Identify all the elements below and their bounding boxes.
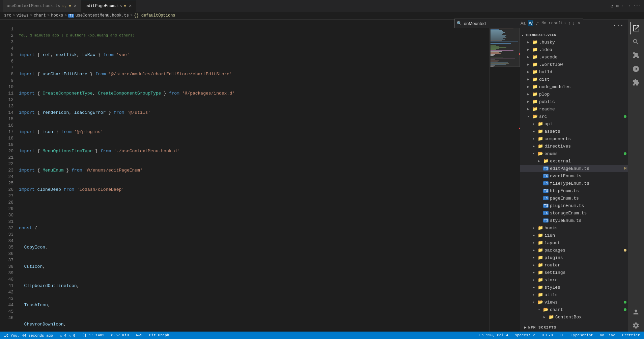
aws-status[interactable]: AWS — [134, 333, 144, 337]
encoding-status[interactable]: UTF-8 — [540, 333, 554, 337]
search-activity-icon[interactable] — [630, 36, 642, 48]
problems-status[interactable]: ⚠ 4 △ 0 — [58, 333, 77, 338]
code-content[interactable]: You, 3 minutes ago | 2 authors (xp.Huang… — [16, 20, 489, 332]
tree-item-edit-page-enum[interactable]: TS editPageEnum.ts M — [520, 165, 628, 172]
tree-item-public[interactable]: ▶ 📁 public — [520, 98, 628, 105]
tree-item-utils[interactable]: ▶ 📁 utils — [520, 291, 628, 298]
tree-item-dist[interactable]: ▶ 📁 dist — [520, 76, 628, 83]
line-endings-status[interactable]: LF — [558, 333, 565, 337]
folder-label: readme — [539, 107, 628, 112]
run-debug-icon[interactable] — [630, 63, 642, 75]
tree-item-components[interactable]: ▶ 📁 components — [520, 135, 628, 142]
tree-item-style-enum[interactable]: TS styleEnum.ts — [520, 217, 628, 224]
file-label: eventEnum.ts — [550, 174, 628, 179]
folder-label: i18n — [544, 233, 628, 238]
tree-item-styles[interactable]: ▶ 📁 styles — [520, 284, 628, 291]
chevron-icon: ▶ — [531, 144, 536, 148]
prev-match-btn[interactable]: ↑ — [568, 20, 571, 26]
tree-item-plugin-enum[interactable]: TS pluginEnum.ts — [520, 202, 628, 209]
tree-item-page-enum[interactable]: TS pageEnum.ts — [520, 194, 628, 202]
tab-close-icon[interactable]: × — [73, 3, 77, 9]
tree-item-plop[interactable]: ▶ 📁 plop — [520, 90, 628, 98]
tree-item-plugins[interactable]: ▶ 📁 plugins — [520, 254, 628, 261]
folder-label: src — [539, 114, 622, 119]
tree-item-http-enum[interactable]: TS httpEnum.ts — [520, 187, 628, 194]
chevron-icon: ▶ — [531, 293, 536, 297]
prettier-status[interactable]: Prettier — [621, 333, 641, 337]
tree-item-i18n[interactable]: ▶ 📁 i18n — [520, 232, 628, 239]
tab-context-menu[interactable]: useContextMenu.hook.ts 2, M × — [3, 0, 81, 12]
tree-item-file-type-enum[interactable]: TS fileTypeEnum.ts — [520, 180, 628, 187]
source-control-icon[interactable] — [630, 49, 642, 61]
explorer-activity-icon[interactable] — [630, 22, 642, 34]
modified-marker: M — [624, 166, 626, 171]
tree-item-settings[interactable]: ▶ 📁 settings — [520, 269, 628, 276]
cursor-position-status[interactable]: Ln 130, Col 4 — [478, 333, 509, 337]
more-icon[interactable]: ··· — [633, 3, 641, 9]
tree-item-workflow[interactable]: ▶ 📁 .workflow — [520, 61, 628, 68]
git-branch-status[interactable]: ⎇ You, 44 seconds ago — [3, 333, 54, 338]
folder-icon: 📁 — [538, 144, 543, 149]
tree-item-assets[interactable]: ▶ 📁 assets — [520, 128, 628, 135]
language-status[interactable]: TypeScript — [569, 333, 594, 337]
next-match-btn[interactable]: ↓ — [572, 20, 575, 26]
explorer-more-icon[interactable]: ··· — [613, 22, 624, 28]
tree-item-views[interactable]: ▾ 📂 views — [520, 298, 628, 306]
folder-open-icon: 📂 — [543, 307, 549, 312]
folder-label: ContentBox — [555, 315, 628, 320]
case-sensitive-btn[interactable]: Aa — [520, 20, 526, 26]
tree-item-content-box[interactable]: ▶ 📁 ContentBox — [520, 313, 628, 321]
folder-icon: 📁 — [549, 314, 554, 320]
tree-root-label[interactable]: ▾ THINGSKIT-VIEW — [520, 31, 628, 38]
file-size-status[interactable]: 6.57 KiB — [110, 333, 130, 337]
tree-item-store[interactable]: ▶ 📁 store — [520, 276, 628, 284]
npm-scripts-section[interactable]: ▶ NPM SCRIPTS — [520, 323, 628, 332]
extensions-icon[interactable] — [630, 76, 642, 88]
word-btn[interactable]: W — [528, 20, 533, 26]
tree-item-external[interactable]: ▶ 📁 external — [520, 157, 628, 165]
back-icon[interactable]: ← — [622, 3, 624, 9]
git-graph-status[interactable]: Git Graph — [148, 333, 170, 337]
go-live-status[interactable]: Go Live — [598, 333, 617, 337]
tree-item-layout[interactable]: ▶ 📁 layout — [520, 239, 628, 246]
tree-item-event-enum[interactable]: TS eventEnum.ts — [520, 172, 628, 180]
search-input[interactable] — [464, 21, 518, 26]
history-icon[interactable]: ↺ — [611, 3, 613, 9]
chevron-icon: ▶ — [526, 48, 531, 52]
file-label: editPageEnum.ts — [550, 166, 623, 171]
chevron-icon: ▶ — [526, 100, 531, 104]
tree-item-packages[interactable]: ▶ 📁 packages — [520, 246, 628, 254]
tree-item-enums[interactable]: ▾ 📂 enums — [520, 150, 628, 157]
tree-item-storage-enum[interactable]: TS storageEnum.ts — [520, 209, 628, 217]
tab-close-active-icon[interactable]: × — [128, 3, 132, 9]
tree-item-husky[interactable]: ▶ 📁 .husky — [520, 38, 628, 46]
tree-item-router[interactable]: ▶ 📁 router — [520, 261, 628, 269]
tree-item-directives[interactable]: ▶ 📁 directives — [520, 142, 628, 150]
tree-item-api[interactable]: ▶ 📁 api — [520, 120, 628, 128]
folder-label: assets — [544, 129, 628, 134]
search-bar: 🔍 Aa W .* No results ↑ ↓ × — [454, 19, 583, 28]
tree-item-hooks[interactable]: ▶ 📁 hooks — [520, 224, 628, 232]
forward-icon[interactable]: → — [627, 3, 630, 9]
settings-icon[interactable] — [630, 319, 642, 332]
tab-edit-page-enum[interactable]: editPageEnum.ts M × — [81, 0, 136, 12]
tree-item-readme[interactable]: ▶ 📁 readme — [520, 105, 628, 113]
chevron-icon: ▶ — [526, 77, 531, 81]
split-icon[interactable]: ⊞ — [616, 3, 619, 9]
regex-btn[interactable]: .* — [535, 20, 539, 26]
modified-badge — [624, 115, 626, 118]
accounts-icon[interactable] — [630, 306, 642, 318]
indent-status[interactable]: Spaces: 2 — [513, 333, 536, 337]
file-label: storageEnum.ts — [550, 211, 628, 216]
tree-item-idea[interactable]: ▶ 📁 .idea — [520, 46, 628, 53]
tree-item-chart[interactable]: ▾ 📂 chart — [520, 306, 628, 313]
tree-item-vscode[interactable]: ▶ 📁 .vscode — [520, 53, 628, 61]
code-line-4: import { renderIcon, loadingError } from… — [19, 109, 489, 116]
close-search-btn[interactable]: × — [577, 20, 581, 26]
tree-item-build[interactable]: ▶ 📁 build — [520, 68, 628, 76]
line-col-status[interactable]: {} 1: 1483 — [81, 333, 106, 337]
code-area: 1 2 3 4 5 6 7 8 9 10 11 12 13 14 15 16 1… — [0, 20, 520, 332]
tree-item-src[interactable]: ▾ 📂 src — [520, 113, 628, 120]
tree-item-node-modules[interactable]: ▶ 📁 node_modules — [520, 83, 628, 90]
status-right: Ln 130, Col 4 Spaces: 2 UTF-8 LF TypeScr… — [478, 333, 641, 337]
